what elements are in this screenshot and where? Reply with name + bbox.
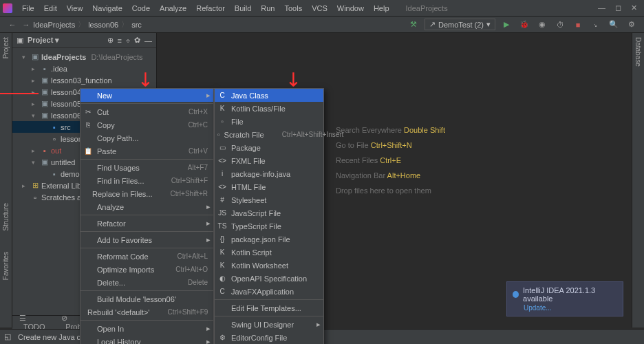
collapse-all-icon[interactable]: ÷ bbox=[126, 36, 130, 45]
menu-item-icon bbox=[83, 163, 93, 173]
crumb-src[interactable]: src bbox=[131, 21, 142, 29]
run-icon[interactable]: ▶ bbox=[500, 19, 513, 31]
menu-item-icon: # bbox=[217, 195, 227, 205]
close-icon[interactable]: ✕ bbox=[631, 3, 637, 12]
menu-item-label: Find Usages bbox=[97, 164, 170, 172]
menu-item-label: Find in Files... bbox=[97, 177, 153, 185]
new-submenu-item[interactable]: Edit File Templates... bbox=[215, 301, 323, 314]
new-submenu-item[interactable]: ⚙EditorConfig File bbox=[215, 331, 323, 344]
menu-tools[interactable]: Tools bbox=[280, 3, 306, 14]
profile-icon[interactable]: ⏱ bbox=[553, 19, 567, 31]
new-submenu-item[interactable]: ipackage-info.java bbox=[215, 167, 323, 180]
context-menu-item[interactable]: Find UsagesAlt+F7 bbox=[80, 161, 213, 174]
new-submenu-item[interactable]: <>HTML File bbox=[215, 180, 323, 193]
menu-item-icon bbox=[83, 189, 88, 199]
panel-settings-icon[interactable]: ✿ bbox=[134, 36, 140, 45]
menu-item-shortcut: Ctrl+V bbox=[189, 147, 208, 155]
menu-item-icon: K bbox=[217, 261, 227, 270]
new-submenu-item[interactable]: ▫File bbox=[215, 115, 323, 128]
context-menu-item[interactable]: Build Module 'lesson06' bbox=[80, 292, 213, 305]
context-menu-item[interactable]: Open In▸ bbox=[80, 322, 213, 335]
new-submenu-item[interactable]: JSJavaScript File bbox=[215, 206, 323, 219]
settings-icon[interactable]: ⚙ bbox=[625, 19, 638, 31]
context-menu-item[interactable]: ✂CutCtrl+X bbox=[80, 105, 213, 118]
menu-window[interactable]: Window bbox=[333, 3, 368, 14]
context-menu-item[interactable]: Copy Path... bbox=[80, 131, 213, 144]
menu-file[interactable]: File bbox=[18, 3, 39, 14]
search-icon[interactable]: 🔍 bbox=[607, 19, 621, 31]
stop-icon[interactable]: ■ bbox=[571, 19, 585, 31]
menu-item-icon: ▫ bbox=[217, 130, 220, 140]
new-submenu-item[interactable]: ▫Scratch FileCtrl+Alt+Shift+Insert bbox=[215, 128, 323, 141]
update-notification[interactable]: IntelliJ IDEA 2021.1.3 available Update.… bbox=[506, 281, 623, 316]
select-opened-icon[interactable]: ⊕ bbox=[107, 36, 114, 45]
menu-refactor[interactable]: Refactor bbox=[192, 3, 229, 14]
crumb-root[interactable]: IdeaProjects bbox=[33, 21, 75, 29]
context-menu-item[interactable]: Reformat CodeCtrl+Alt+L bbox=[80, 250, 213, 263]
tree-idea[interactable]: ▸▪.idea bbox=[12, 63, 156, 74]
back-icon[interactable]: ← bbox=[6, 19, 19, 31]
crumb-module[interactable]: lesson06 bbox=[88, 21, 118, 29]
context-menu-item[interactable]: ⎘CopyCtrl+C bbox=[80, 118, 213, 131]
context-menu-item[interactable]: Find in Files...Ctrl+Shift+F bbox=[80, 174, 213, 187]
context-menu-item[interactable]: Local History▸ bbox=[80, 335, 213, 344]
new-submenu-item[interactable]: ◐OpenAPI Specification bbox=[215, 272, 323, 285]
menu-view[interactable]: View bbox=[63, 3, 87, 14]
menu-build[interactable]: Build bbox=[230, 3, 255, 14]
menu-analyze[interactable]: Analyze bbox=[155, 3, 191, 14]
new-submenu-item[interactable]: CJava Class bbox=[215, 89, 323, 102]
submenu-arrow-icon: ▸ bbox=[206, 219, 211, 228]
update-link[interactable]: Update... bbox=[524, 304, 617, 312]
new-submenu-item[interactable]: KKotlin Class/File bbox=[215, 102, 323, 115]
menu-navigate[interactable]: Navigate bbox=[88, 3, 126, 14]
new-submenu-item[interactable]: {}package.json File bbox=[215, 233, 323, 246]
tab-database[interactable]: Database bbox=[634, 37, 642, 67]
expand-all-icon[interactable]: ≡ bbox=[118, 36, 122, 45]
maximize-icon[interactable]: ◻ bbox=[615, 3, 621, 12]
context-menu-item[interactable]: Add to Favorites▸ bbox=[80, 233, 213, 246]
build-icon[interactable]: ⚒ bbox=[407, 19, 420, 31]
forward-icon[interactable]: → bbox=[19, 19, 33, 31]
menu-item-icon bbox=[83, 265, 93, 275]
context-menu-item[interactable]: Optimize ImportsCtrl+Alt+O bbox=[80, 263, 213, 276]
context-menu-item[interactable]: New▸ bbox=[80, 89, 213, 102]
context-menu-item[interactable]: Delete...Delete bbox=[80, 276, 213, 289]
status-tool-window-icon[interactable]: ◱ bbox=[4, 332, 11, 341]
menu-vcs[interactable]: VCS bbox=[308, 3, 332, 14]
new-submenu-item[interactable]: CJavaFXApplication bbox=[215, 285, 323, 298]
menu-item-icon: TS bbox=[217, 222, 227, 231]
breadcrumb: IdeaProjects〉 lesson06〉 src bbox=[33, 19, 142, 30]
tab-favorites[interactable]: Favorites bbox=[2, 252, 10, 280]
new-submenu-item[interactable]: KKotlin Worksheet bbox=[215, 259, 323, 272]
menu-code[interactable]: Code bbox=[128, 3, 154, 14]
menu-item-icon bbox=[83, 219, 93, 228]
project-panel-title[interactable]: Project ▾ bbox=[28, 36, 59, 45]
menu-run[interactable]: Run bbox=[257, 3, 279, 14]
menu-help[interactable]: Help bbox=[369, 3, 394, 14]
context-menu-item[interactable]: 📋PasteCtrl+V bbox=[80, 144, 213, 158]
context-menu-item[interactable]: Replace in Files...Ctrl+Shift+R bbox=[80, 187, 213, 200]
new-submenu-item[interactable]: ▭Package bbox=[215, 141, 323, 154]
git-icon[interactable]: ⭏ bbox=[589, 19, 603, 31]
menu-item-icon: 📋 bbox=[83, 147, 93, 156]
new-submenu-item[interactable]: KKotlin Script bbox=[215, 246, 323, 259]
debug-icon[interactable]: 🐞 bbox=[517, 19, 531, 31]
tree-l03[interactable]: ▸▣lesson03_function bbox=[12, 74, 156, 86]
minimize-icon[interactable]: — bbox=[598, 3, 605, 12]
run-config-selector[interactable]: ↗ DemoTest (2) ▾ bbox=[425, 19, 495, 30]
tree-root[interactable]: ▾▣IdeaProjectsD:\IdeaProjects bbox=[12, 51, 156, 63]
tab-project[interactable]: Project bbox=[2, 37, 10, 58]
context-menu-item[interactable]: Analyze▸ bbox=[80, 200, 213, 213]
menu-item-label: Add to Favorites bbox=[97, 236, 208, 244]
new-submenu-item[interactable]: <>FXML File bbox=[215, 154, 323, 167]
tab-structure[interactable]: Structure bbox=[2, 203, 10, 231]
new-submenu-item[interactable]: #Stylesheet bbox=[215, 193, 323, 206]
hide-panel-icon[interactable]: — bbox=[144, 36, 152, 45]
menu-edit[interactable]: Edit bbox=[40, 3, 61, 14]
context-menu-item[interactable]: Refactor▸ bbox=[80, 217, 213, 230]
context-menu-item[interactable]: Rebuild '<default>'Ctrl+Shift+F9 bbox=[80, 305, 213, 319]
new-submenu-item[interactable]: TSTypeScript File bbox=[215, 219, 323, 233]
new-submenu-item[interactable]: Swing UI Designer▸ bbox=[215, 318, 323, 331]
coverage-icon[interactable]: ◉ bbox=[535, 19, 549, 31]
menu-bar: File Edit View Navigate Code Analyze Ref… bbox=[18, 3, 394, 14]
